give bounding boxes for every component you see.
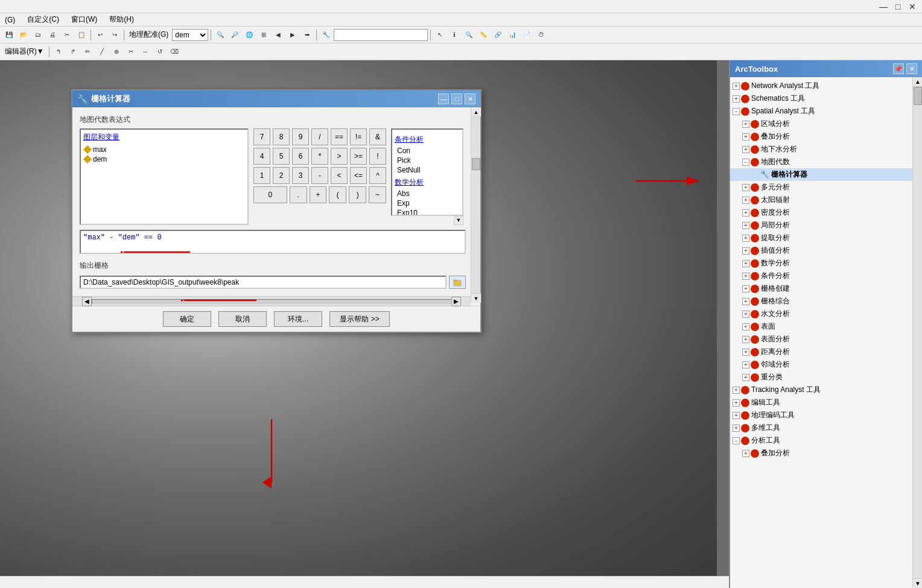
edit-btn-1[interactable]: ↰ [52, 45, 65, 58]
calc-btn-lparen[interactable]: ( [329, 186, 346, 203]
tree-expand-icon[interactable]: + [733, 95, 740, 103]
output-path-input[interactable] [80, 276, 447, 289]
toolbox-group-item[interactable]: +栅格创建 [730, 282, 922, 295]
tree-expand-icon[interactable]: + [733, 425, 740, 432]
tb-btn-globe[interactable]: 🌐 [243, 28, 256, 42]
toolbox-group-item[interactable]: +Tracking Analyst 工具 [730, 384, 922, 396]
output-browse-btn[interactable] [449, 276, 466, 289]
tree-expand-icon[interactable]: + [742, 336, 749, 343]
calc-btn-amp[interactable]: & [369, 128, 386, 145]
toolbox-group-item[interactable]: +表面分析 [730, 333, 922, 346]
env-button[interactable]: 环境... [274, 311, 322, 327]
func-pick[interactable]: Pick [395, 156, 460, 165]
toolbox-group-item[interactable]: +密度分析 [730, 206, 922, 219]
minimize-button[interactable]: — [879, 2, 888, 11]
tb-cursor[interactable]: ↖ [433, 28, 447, 42]
tb-report[interactable]: 📄 [520, 28, 533, 42]
calc-btn-6[interactable]: 6 [292, 148, 309, 165]
func-exp[interactable]: Exp [395, 198, 460, 208]
toolbox-group-item[interactable]: -地图代数 [730, 156, 922, 168]
tb-find[interactable]: 🔍 [462, 28, 475, 42]
tb-time[interactable]: ⏱ [535, 28, 548, 42]
calc-btn-add[interactable]: + [310, 186, 327, 203]
tb-graph[interactable]: 📊 [506, 28, 519, 42]
tb-measure[interactable]: 📏 [477, 28, 490, 42]
tree-expand-icon[interactable]: + [742, 209, 749, 217]
close-window-button[interactable]: ✕ [908, 2, 917, 11]
tree-expand-icon[interactable]: + [733, 83, 740, 90]
dialog-vscroll[interactable]: ▲ ▼ [471, 107, 480, 303]
tree-expand-icon[interactable] [752, 171, 759, 179]
layer-item-max[interactable]: max [83, 145, 245, 154]
calc-btn-lt[interactable]: < [331, 167, 348, 184]
tree-expand-icon[interactable]: + [742, 146, 749, 153]
calc-btn-caret[interactable]: ^ [369, 167, 386, 184]
tb-btn-zoom-out[interactable]: 🔎 [228, 28, 241, 42]
edit-btn-3[interactable]: ✏ [81, 45, 94, 58]
hscroll-left[interactable]: ◀ [82, 297, 92, 306]
tree-expand-icon[interactable]: + [742, 222, 749, 229]
tree-expand-icon[interactable]: + [742, 184, 749, 191]
vscroll-thumb[interactable] [472, 158, 480, 170]
tree-expand-icon[interactable]: - [733, 437, 740, 444]
tb-btn-3[interactable]: 🗂 [31, 28, 45, 42]
tb-btn-forward[interactable]: ▶ [286, 28, 299, 42]
search-input[interactable] [334, 29, 428, 41]
edit-btn-8[interactable]: ↺ [153, 45, 167, 58]
edit-btn-6[interactable]: ✂ [124, 45, 138, 58]
hscroll-right[interactable]: ▶ [451, 297, 461, 306]
tree-expand-icon[interactable]: + [742, 361, 749, 368]
calc-btn-div[interactable]: / [311, 128, 328, 145]
toolbox-scrollbar[interactable]: ▲ ▼ [912, 77, 922, 588]
toolbox-scroll-up[interactable]: ▲ [913, 77, 922, 87]
tree-expand-icon[interactable]: + [733, 387, 740, 394]
calc-btn-gt[interactable]: > [331, 148, 348, 165]
toolbox-group-item[interactable]: +邻域分析 [730, 358, 922, 371]
func-exp10[interactable]: Exp10 [395, 208, 460, 216]
calc-btn-8[interactable]: 8 [273, 128, 290, 145]
calc-btn-lte[interactable]: <= [350, 167, 367, 184]
geo-layer-select[interactable]: dem [172, 29, 208, 41]
tree-expand-icon[interactable]: + [742, 121, 749, 128]
menu-item-customize[interactable]: 自定义(C) [25, 13, 62, 26]
toolbox-group-item[interactable]: +重分类 [730, 371, 922, 384]
tree-expand-icon[interactable]: + [742, 450, 749, 457]
edit-btn-4[interactable]: ╱ [95, 45, 109, 58]
toolbox-group-item[interactable]: +数学分析 [730, 257, 922, 270]
toolbox-scroll-down[interactable]: ▼ [913, 578, 922, 588]
calc-btn-gte[interactable]: >= [350, 148, 367, 165]
vscroll-up[interactable]: ▲ [471, 107, 481, 117]
func-scroll-down[interactable]: ▼ [454, 216, 463, 225]
calc-btn-2[interactable]: 2 [273, 167, 290, 184]
tree-expand-icon[interactable]: + [742, 260, 749, 267]
func-con[interactable]: Con [395, 146, 460, 156]
tb-btn-tools[interactable]: 🔧 [319, 28, 332, 42]
toolbox-group-item[interactable]: +表面 [730, 320, 922, 333]
expression-field[interactable] [80, 230, 466, 254]
calc-btn-9[interactable]: 9 [292, 128, 309, 145]
tree-expand-icon[interactable]: + [742, 273, 749, 280]
tb-btn-4[interactable]: 🖨 [46, 28, 59, 42]
tree-expand-icon[interactable]: + [733, 412, 740, 419]
toolbox-group-item[interactable]: +局部分析 [730, 219, 922, 232]
menu-item-window[interactable]: 窗口(W) [69, 13, 100, 26]
layer-item-dem[interactable]: dem [83, 154, 245, 164]
maximize-button[interactable]: □ [893, 2, 903, 11]
tree-expand-icon[interactable]: + [742, 349, 749, 356]
tree-expand-icon[interactable]: + [742, 133, 749, 141]
help-button[interactable]: 显示帮助 >> [329, 311, 390, 327]
tb-btn-7[interactable]: ↩ [94, 28, 107, 42]
vscroll-down[interactable]: ▼ [471, 293, 481, 303]
ok-button[interactable]: 确定 [163, 311, 211, 327]
toolbox-group-item[interactable]: +条件分析 [730, 270, 922, 282]
calc-btn-mul[interactable]: * [311, 148, 328, 165]
toolbox-group-item[interactable]: +太阳辐射 [730, 194, 922, 206]
dialog-maximize-btn[interactable]: □ [451, 93, 462, 104]
tree-expand-icon[interactable]: - [733, 108, 740, 115]
toolbox-group-item[interactable]: +Schematics 工具 [730, 92, 922, 105]
toolbox-group-item[interactable]: +地理编码工具 [730, 409, 922, 422]
toolbox-scroll-thumb[interactable] [914, 87, 922, 105]
calc-btn-neq[interactable]: != [350, 128, 367, 145]
toolbox-group-item[interactable]: -分析工具 [730, 434, 922, 447]
tree-expand-icon[interactable]: + [742, 247, 749, 254]
